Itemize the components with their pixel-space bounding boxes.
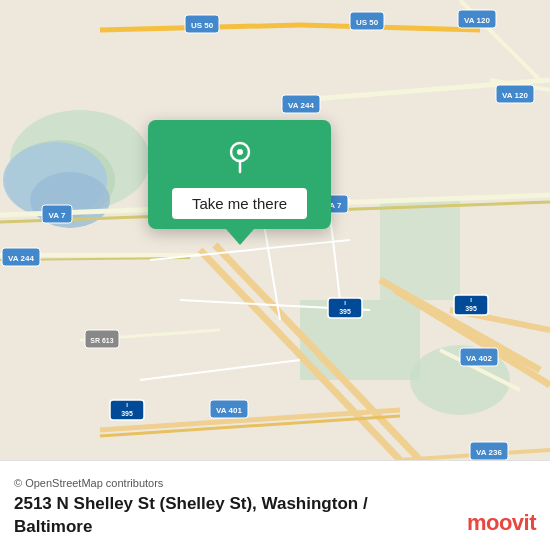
svg-text:395: 395: [339, 308, 351, 315]
svg-text:US 50: US 50: [191, 21, 214, 30]
svg-text:VA 401: VA 401: [216, 406, 242, 415]
svg-text:US 50: US 50: [356, 18, 379, 27]
svg-text:395: 395: [465, 305, 477, 312]
svg-point-69: [237, 149, 243, 155]
take-me-there-button[interactable]: Take me there: [172, 188, 307, 219]
map-tooltip: Take me there: [148, 120, 331, 245]
address-line: 2513 N Shelley St (Shelley St), Washingt…: [14, 493, 536, 537]
svg-text:VA 7: VA 7: [49, 211, 66, 220]
svg-text:VA 120: VA 120: [502, 91, 528, 100]
svg-text:SR 613: SR 613: [90, 337, 113, 344]
svg-text:395: 395: [121, 410, 133, 417]
moovit-brand-text: moovit: [467, 510, 536, 536]
address-text: 2513 N Shelley St (Shelley St), Washingt…: [14, 494, 368, 513]
svg-text:VA 244: VA 244: [8, 254, 34, 263]
tooltip-box: Take me there: [148, 120, 331, 229]
address-text-line2: Baltimore: [14, 517, 92, 536]
osm-attribution: © OpenStreetMap contributors: [14, 477, 536, 489]
svg-text:VA 120: VA 120: [464, 16, 490, 25]
svg-text:VA 244: VA 244: [288, 101, 314, 110]
location-pin-icon: [218, 134, 262, 178]
footer: © OpenStreetMap contributors 2513 N Shel…: [0, 460, 550, 550]
moovit-logo: moovit: [467, 510, 536, 536]
svg-text:VA 402: VA 402: [466, 354, 492, 363]
svg-text:VA 236: VA 236: [476, 448, 502, 457]
tooltip-arrow: [226, 229, 254, 245]
map-container: VA 7 VA 7 US 50 US 50 VA 120 VA 120 VA 2…: [0, 0, 550, 460]
